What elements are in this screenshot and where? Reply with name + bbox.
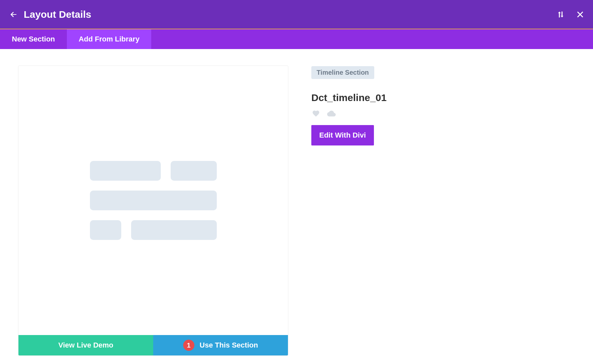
- preview-card: View Live Demo 1 Use This Section: [18, 65, 288, 356]
- category-tag[interactable]: Timeline Section: [311, 66, 374, 79]
- header-left: Layout Details: [9, 9, 91, 20]
- preview-footer: View Live Demo 1 Use This Section: [18, 335, 288, 355]
- sort-arrows-icon[interactable]: [557, 11, 565, 18]
- page-title: Layout Details: [24, 9, 91, 20]
- use-this-section-button[interactable]: 1 Use This Section: [153, 335, 288, 355]
- header-right: [557, 11, 584, 18]
- skeleton-block: [90, 191, 217, 210]
- action-icons: [311, 109, 575, 118]
- tab-new-section[interactable]: New Section: [0, 29, 67, 49]
- preview-placeholder: [18, 66, 288, 335]
- skeleton-block: [90, 161, 161, 181]
- view-live-demo-button[interactable]: View Live Demo: [18, 335, 153, 355]
- skeleton-row: [90, 191, 217, 210]
- modal-header: Layout Details: [0, 0, 593, 29]
- skeleton-block: [131, 220, 217, 240]
- heart-icon[interactable]: [311, 110, 321, 117]
- edit-with-divi-button[interactable]: Edit With Divi: [311, 125, 374, 145]
- use-section-label: Use This Section: [200, 341, 258, 350]
- step-number-badge: 1: [183, 340, 194, 351]
- content-area: View Live Demo 1 Use This Section Timeli…: [0, 49, 593, 364]
- layout-name: Dct_timeline_01: [311, 92, 575, 103]
- back-arrow-icon[interactable]: [9, 10, 18, 19]
- skeleton-row: [90, 220, 217, 240]
- cloud-icon[interactable]: [325, 109, 338, 118]
- tab-add-from-library[interactable]: Add From Library: [67, 29, 152, 49]
- skeleton-block: [90, 220, 121, 240]
- skeleton-row: [90, 161, 217, 181]
- tabs-bar: New Section Add From Library: [0, 29, 593, 49]
- skeleton-block: [171, 161, 217, 181]
- details-panel: Timeline Section Dct_timeline_01 Edit Wi…: [311, 65, 575, 356]
- close-icon[interactable]: [577, 11, 584, 18]
